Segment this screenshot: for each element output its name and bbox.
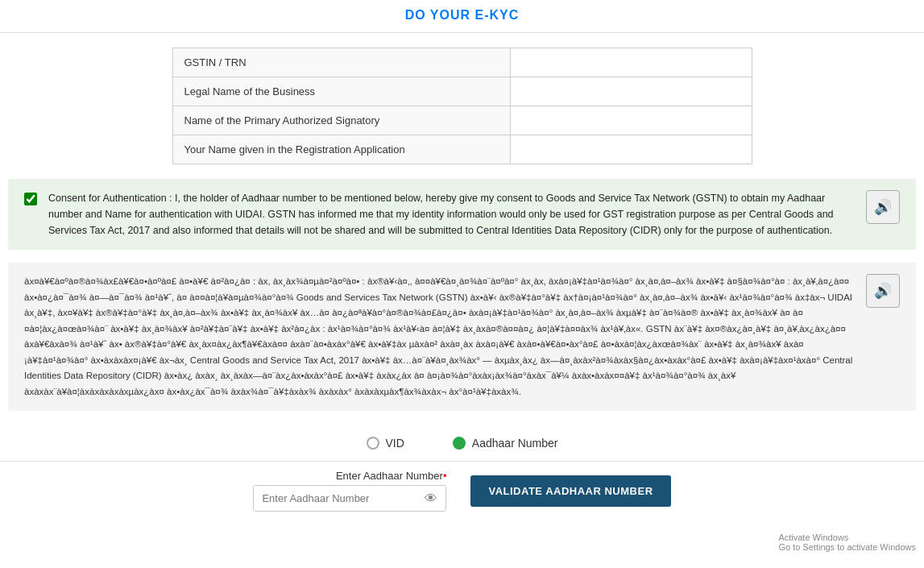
radio-circle-aadhaar bbox=[453, 437, 466, 450]
table-cell-label: GSTIN / TRN bbox=[172, 48, 510, 77]
radio-circle-vid bbox=[367, 437, 379, 450]
aadhaar-input-label: Enter Aadhaar Number• bbox=[336, 470, 447, 482]
table-cell-label: Name of the Primary Authorized Signatory bbox=[172, 106, 510, 135]
page-title: DO YOUR E-KYC bbox=[405, 8, 520, 22]
consent-english-section: Consent for Authentication : I, the hold… bbox=[8, 179, 916, 250]
page-header: DO YOUR E-KYC bbox=[0, 0, 924, 33]
toggle-visibility-button[interactable]: 👁 bbox=[416, 487, 445, 511]
table-cell-value bbox=[510, 48, 752, 77]
radio-label-aadhaar: Aadhaar Number bbox=[472, 437, 558, 450]
bottom-bar: Enter Aadhaar Number• 👁 VALIDATE AADHAAR… bbox=[0, 461, 924, 520]
info-table: GSTIN / TRN Legal Name of the Business N… bbox=[172, 48, 752, 164]
validate-aadhaar-button[interactable]: VALIDATE AADHAAR NUMBER bbox=[470, 475, 670, 507]
radio-label-vid: VID bbox=[386, 437, 404, 450]
consent-english-text: Consent for Authentication : I, the hold… bbox=[48, 190, 855, 238]
table-cell-value bbox=[510, 77, 752, 106]
speaker-english-button[interactable]: 🔊 bbox=[866, 190, 900, 224]
table-cell-label: Your Name given in the Registration Appl… bbox=[172, 135, 510, 164]
aadhaar-input-group: Enter Aadhaar Number• 👁 bbox=[253, 470, 446, 512]
table-row: Name of the Primary Authorized Signatory bbox=[172, 106, 752, 135]
table-cell-value bbox=[510, 135, 752, 164]
aadhaar-input-wrap: 👁 bbox=[253, 485, 446, 512]
eye-icon: 👁 bbox=[425, 491, 437, 505]
table-cell-value bbox=[510, 106, 752, 135]
speaker-hindi-button[interactable]: 🔊 bbox=[866, 274, 900, 308]
activate-windows-notice: Activate Windows Go to Settings to activ… bbox=[778, 533, 916, 552]
aadhaar-number-input[interactable] bbox=[254, 486, 416, 511]
table-row: GSTIN / TRN bbox=[172, 48, 752, 77]
radio-section: VID Aadhaar Number bbox=[0, 427, 924, 461]
radio-aadhaar[interactable]: Aadhaar Number bbox=[453, 437, 558, 450]
table-row: Legal Name of the Business bbox=[172, 77, 752, 106]
table-row: Your Name given in the Registration Appl… bbox=[172, 135, 752, 164]
table-cell-label: Legal Name of the Business bbox=[172, 77, 510, 106]
consent-hindi-text: àx¤à¥€à¤ºà¤®à¤¾àx£à¥€à¤•à¤ºà¤£ à¤•à¥€ à¤… bbox=[24, 274, 855, 400]
radio-vid[interactable]: VID bbox=[367, 437, 404, 450]
consent-checkbox[interactable] bbox=[24, 193, 37, 205]
consent-hindi-section: àx¤à¥€à¤ºà¤®à¤¾àx£à¥€à¤•à¤ºà¤£ à¤•à¥€ à¤… bbox=[8, 263, 916, 411]
